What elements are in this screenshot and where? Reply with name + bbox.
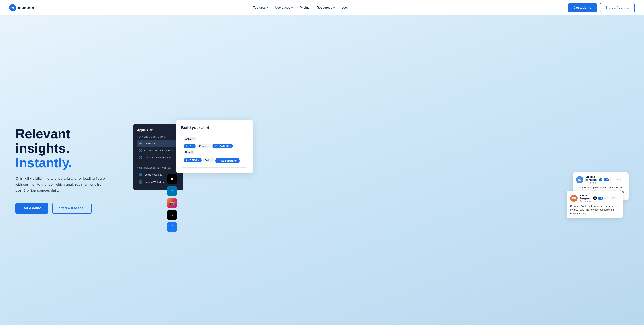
tiktok-icon[interactable]: ♪ bbox=[167, 210, 177, 220]
add-operator-button[interactable]: + Add operator bbox=[216, 158, 240, 164]
alert-builder-panel: Build your alert Apple ✕ AND ▾ iP bbox=[176, 120, 253, 173]
panel-divider bbox=[137, 164, 180, 164]
near-operator[interactable]: 🔗 NEAR 4 ▾ bbox=[212, 144, 233, 148]
nav-features[interactable]: Features ▾ bbox=[253, 6, 268, 10]
tag-apple[interactable]: Apple ✕ bbox=[184, 137, 196, 141]
mention-name-nicolas: Nicolas Johnson bbox=[585, 175, 597, 182]
non-keywords-section-label: NON-KEYWORDS MONITORING bbox=[137, 167, 180, 169]
logo-icon: ★ bbox=[9, 4, 16, 11]
remove-apple-tag[interactable]: ✕ bbox=[192, 138, 194, 140]
remove-fruit-tag[interactable]: ✕ bbox=[210, 159, 212, 162]
tag-row-2: AND ▾ iPhone ✕ 🔗 NEAR 4 ▾ New bbox=[184, 144, 245, 154]
avatar-kierra: KB bbox=[570, 194, 578, 202]
nav-use-cases[interactable]: Use cases ▾ bbox=[275, 6, 293, 10]
mention-handle-nicolas: @njohnson bbox=[585, 182, 597, 184]
tag-row-1: Apple ✕ bbox=[184, 137, 196, 141]
linkedin-icon[interactable]: in bbox=[167, 186, 177, 196]
tag-new[interactable]: New ✕ bbox=[184, 150, 194, 154]
nav-login[interactable]: Login bbox=[342, 6, 350, 10]
mention-text-kierra: Between Apple and Samsung my heart sways… bbox=[570, 204, 619, 216]
near-number[interactable]: 4 bbox=[226, 144, 229, 148]
mention-score-kierra: 10 bbox=[598, 197, 603, 200]
hero-title-line2: Instantly. bbox=[16, 156, 122, 170]
mention-card-kierra: KB Kierra Bergson @Kierberg ✕ 10 01/11/2… bbox=[567, 191, 623, 219]
countries-icon: 🌐 bbox=[139, 156, 142, 159]
tag-input-area[interactable]: Apple ✕ AND ▾ iPhone ✕ 🔗 bbox=[181, 134, 248, 168]
nav-actions: Get a demo Start a free trial bbox=[568, 3, 635, 12]
nav-pricing[interactable]: Pricing bbox=[300, 6, 310, 10]
nav-resources[interactable]: Resources ▾ bbox=[316, 6, 334, 10]
nav-links: Features ▾ Use cases ▾ Pricing Resources… bbox=[253, 6, 350, 10]
mention-date-nicolas: 01/11/2023 bbox=[610, 178, 621, 181]
remove-iphone-tag[interactable]: ✕ bbox=[208, 145, 209, 148]
navbar: ★ mention Features ▾ Use cases ▾ Pricing… bbox=[0, 0, 644, 16]
hero-description: Gain full visibility into any topic, bra… bbox=[16, 176, 112, 194]
start-trial-button[interactable]: Start a free trial bbox=[600, 3, 635, 12]
remove-new-tag[interactable]: ✕ bbox=[191, 151, 193, 154]
tag-row-4: + Add operator bbox=[216, 157, 240, 164]
mention-menu-icon-2[interactable]: ⋮ bbox=[616, 196, 619, 200]
plus-icon: + bbox=[218, 159, 220, 162]
mention-name-kierra: Kierra Bergson bbox=[580, 194, 591, 200]
alert-panel-title: Build your alert bbox=[181, 126, 248, 130]
social-accounts-icon: 👤 bbox=[139, 173, 142, 176]
x-twitter-icon[interactable]: ✕ bbox=[167, 174, 177, 184]
avatar-nicolas: NJ bbox=[576, 176, 584, 183]
chevron-down-icon: ▾ bbox=[334, 6, 334, 9]
sources-icon: ⚙ bbox=[139, 149, 142, 152]
menu-countries[interactable]: 🌐 Countries and languages bbox=[137, 154, 180, 161]
social-icons-float: ✕ in 📷 ♪ f bbox=[167, 174, 177, 234]
mention-card-header-1: NJ Nicolas Johnson @njohnson in 10 01/11… bbox=[576, 175, 625, 184]
x-platform-icon: ✕ bbox=[593, 196, 597, 200]
facebook-icon[interactable]: f bbox=[167, 222, 177, 232]
hero-get-demo-button[interactable]: Get a demo bbox=[16, 203, 48, 214]
menu-keywords[interactable]: ⌨ Keywords bbox=[137, 140, 180, 147]
near-icon: 🔗 bbox=[214, 145, 217, 148]
get-demo-button[interactable]: Get a demo bbox=[568, 3, 597, 12]
and-not-operator[interactable]: AND NOT ▾ bbox=[184, 158, 202, 162]
mention-meta-nicolas: in 10 01/11/2023 ⋮ bbox=[599, 178, 625, 182]
mention-menu-icon[interactable]: ⋮ bbox=[622, 178, 625, 182]
hero-buttons: Get a demo Start a free trial bbox=[16, 203, 122, 214]
keywords-icon: ⌨ bbox=[139, 142, 142, 145]
tag-row-3: AND NOT ▾ Fruit ✕ bbox=[184, 157, 214, 164]
mention-score-nicolas: 10 bbox=[604, 178, 609, 181]
hero-left: Relevant insights. Instantly. Gain full … bbox=[16, 126, 122, 214]
logo[interactable]: ★ mention bbox=[9, 4, 34, 11]
linkedin-platform-icon: in bbox=[599, 178, 602, 182]
keywords-section-label: KEYWORDS MONITORING bbox=[137, 136, 180, 138]
chevron-down-icon: ▾ bbox=[267, 6, 268, 9]
chevron-down-icon: ▾ bbox=[292, 6, 293, 9]
mention-user-info-nicolas: Nicolas Johnson @njohnson bbox=[585, 175, 597, 184]
mention-handle-kierra: @Kierberg bbox=[580, 200, 591, 203]
hero-right: Apple Alert KEYWORDS MONITORING ⌨ Keywor… bbox=[133, 120, 628, 220]
logo-text: mention bbox=[18, 5, 34, 10]
hero-title-line1: Relevant insights. bbox=[16, 126, 122, 156]
review-websites-icon: ★ bbox=[139, 180, 142, 184]
dark-panel-title: Apple Alert bbox=[137, 128, 180, 132]
mention-user-info-kierra: Kierra Bergson @Kierberg bbox=[580, 194, 591, 203]
hero-section: Relevant insights. Instantly. Gain full … bbox=[0, 16, 644, 325]
menu-sources[interactable]: ⚙ Sources and blocked sites bbox=[137, 147, 180, 154]
and-operator[interactable]: AND ▾ bbox=[184, 144, 196, 148]
hero-start-trial-button[interactable]: Start a free trial bbox=[52, 203, 92, 214]
tag-iphone[interactable]: iPhone ✕ bbox=[197, 144, 210, 148]
instagram-icon[interactable]: 📷 bbox=[167, 198, 177, 208]
mention-meta-kierra: ✕ 10 01/11/2023 ⋮ bbox=[593, 196, 619, 200]
mention-card-header-2: KB Kierra Bergson @Kierberg ✕ 10 01/11/2… bbox=[570, 194, 619, 203]
tag-fruit[interactable]: Fruit ✕ bbox=[203, 158, 214, 162]
mention-date-kierra: 01/11/2023 bbox=[604, 197, 615, 199]
